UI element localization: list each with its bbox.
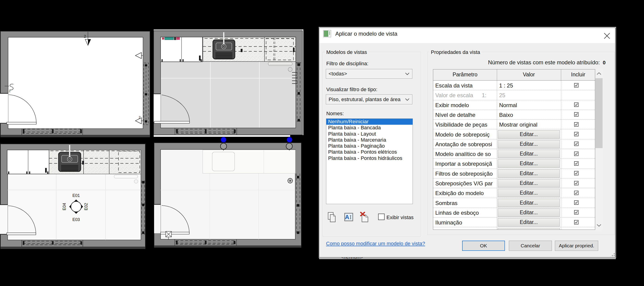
- svg-text:2: 2: [138, 115, 140, 119]
- svg-text:I: I: [350, 214, 352, 220]
- svg-text:E01: E01: [72, 193, 80, 198]
- svg-text:E03: E03: [72, 217, 80, 222]
- svg-text:2: 2: [9, 89, 10, 93]
- svg-text:E02: E02: [84, 203, 88, 210]
- svg-text:2: 2: [84, 34, 86, 39]
- svg-text:A: A: [345, 214, 350, 220]
- svg-text:E04: E04: [62, 203, 67, 210]
